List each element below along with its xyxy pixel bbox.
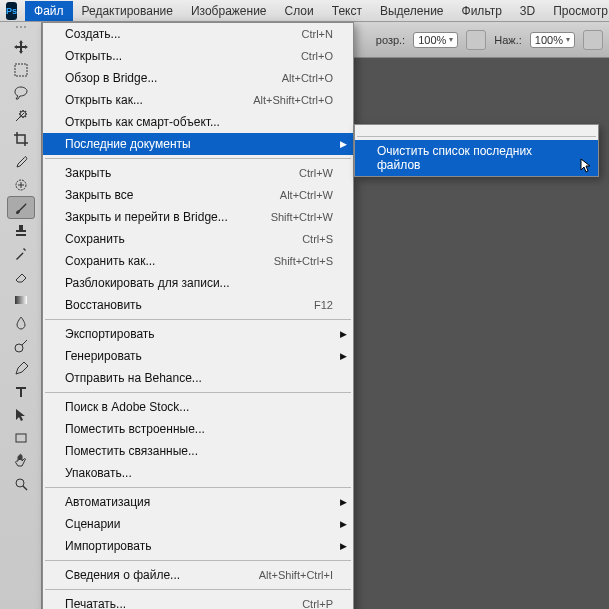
menu-separator	[45, 319, 351, 320]
svg-rect-2	[15, 296, 27, 304]
menu-item[interactable]: Упаковать...	[43, 462, 353, 484]
tool-type[interactable]	[7, 380, 35, 403]
menu-item[interactable]: Генерировать▶	[43, 345, 353, 367]
menu-item[interactable]: Создать...Ctrl+N	[43, 23, 353, 45]
menu-item-label: Закрыть все	[65, 188, 133, 202]
menu-редактирование[interactable]: Редактирование	[73, 1, 182, 21]
tool-gradient[interactable]	[7, 288, 35, 311]
menu-item[interactable]: СохранитьCtrl+S	[43, 228, 353, 250]
magic-wand-icon	[13, 108, 29, 124]
menu-item-label: Импортировать	[65, 539, 151, 553]
menu-item[interactable]: Сценарии▶	[43, 513, 353, 535]
menu-item-label: Поиск в Adobe Stock...	[65, 400, 189, 414]
menu-фильтр[interactable]: Фильтр	[453, 1, 511, 21]
tool-zoom[interactable]	[7, 472, 35, 495]
rectangle-icon	[13, 430, 29, 446]
menu-item-label: Открыть...	[65, 49, 122, 63]
menu-item[interactable]: Последние документы▶	[43, 133, 353, 155]
clear-recent-files[interactable]: Очистить список последних файлов	[355, 140, 598, 176]
healing-icon	[13, 177, 29, 193]
tool-pen[interactable]	[7, 357, 35, 380]
tool-stamp[interactable]	[7, 219, 35, 242]
menu-shortcut: Ctrl+N	[302, 28, 333, 40]
menu-item[interactable]: ВосстановитьF12	[43, 294, 353, 316]
tool-eraser[interactable]	[7, 265, 35, 288]
menu-item-label: Автоматизация	[65, 495, 150, 509]
menu-item[interactable]: Обзор в Bridge...Alt+Ctrl+O	[43, 67, 353, 89]
cursor-pointer-icon	[580, 158, 596, 174]
menu-item[interactable]: Открыть как смарт-объект...	[43, 111, 353, 133]
tool-rectangle[interactable]	[7, 426, 35, 449]
menu-item[interactable]: Разблокировать для записи...	[43, 272, 353, 294]
menu-item[interactable]: Автоматизация▶	[43, 491, 353, 513]
menu-item[interactable]: Поиск в Adobe Stock...	[43, 396, 353, 418]
menu-item[interactable]: Открыть...Ctrl+O	[43, 45, 353, 67]
menu-item[interactable]: Печатать...Ctrl+P	[43, 593, 353, 609]
menu-item-label: Поместить связанные...	[65, 444, 198, 458]
submenu-arrow-icon: ▶	[340, 351, 347, 361]
menu-item-label: Открыть как...	[65, 93, 143, 107]
menu-3d[interactable]: 3D	[511, 1, 544, 21]
menu-item[interactable]: ЗакрытьCtrl+W	[43, 162, 353, 184]
tool-blur[interactable]	[7, 311, 35, 334]
pressure-field[interactable]: 100%	[530, 32, 575, 48]
tool-lasso[interactable]	[7, 81, 35, 104]
menu-item[interactable]: Поместить связанные...	[43, 440, 353, 462]
menu-item[interactable]: Отправить на Behance...	[43, 367, 353, 389]
menu-shortcut: Alt+Shift+Ctrl+O	[253, 94, 333, 106]
tool-healing[interactable]	[7, 173, 35, 196]
opacity-label: розр.:	[376, 34, 405, 46]
menu-выделение[interactable]: Выделение	[371, 1, 453, 21]
menu-item[interactable]: Закрыть всеAlt+Ctrl+W	[43, 184, 353, 206]
menu-item-label: Печатать...	[65, 597, 126, 609]
brush-icon	[13, 200, 29, 216]
menu-item[interactable]: Закрыть и перейти в Bridge...Shift+Ctrl+…	[43, 206, 353, 228]
menu-item-label: Обзор в Bridge...	[65, 71, 157, 85]
menu-item[interactable]: Открыть как...Alt+Shift+Ctrl+O	[43, 89, 353, 111]
panel-grip-icon[interactable]	[6, 26, 36, 32]
tool-eyedropper[interactable]	[7, 150, 35, 173]
submenu-arrow-icon: ▶	[340, 541, 347, 551]
menu-shortcut: Shift+Ctrl+W	[271, 211, 333, 223]
svg-point-3	[15, 344, 23, 352]
hand-icon	[13, 453, 29, 469]
opacity-field[interactable]: 100%	[413, 32, 458, 48]
recent-file-item[interactable]	[355, 125, 598, 133]
menu-item[interactable]: Сведения о файле...Alt+Shift+Ctrl+I	[43, 564, 353, 586]
menu-item-label: Поместить встроенные...	[65, 422, 205, 436]
clear-recent-label: Очистить список последних файлов	[377, 144, 578, 172]
menu-просмотр[interactable]: Просмотр	[544, 1, 609, 21]
menu-текст[interactable]: Текст	[323, 1, 371, 21]
menu-shortcut: Alt+Ctrl+W	[280, 189, 333, 201]
eraser-icon	[13, 269, 29, 285]
menu-item[interactable]: Сохранить как...Shift+Ctrl+S	[43, 250, 353, 272]
menu-слои[interactable]: Слои	[276, 1, 323, 21]
tool-dodge[interactable]	[7, 334, 35, 357]
menu-item[interactable]: Импортировать▶	[43, 535, 353, 557]
stamp-icon	[13, 223, 29, 239]
tool-crop[interactable]	[7, 127, 35, 150]
pressure-label: Наж.:	[494, 34, 522, 46]
tool-magic-wand[interactable]	[7, 104, 35, 127]
tools-panel	[0, 22, 42, 609]
lasso-icon	[13, 85, 29, 101]
eyedropper-icon	[13, 154, 29, 170]
path-select-icon	[13, 407, 29, 423]
menu-изображение[interactable]: Изображение	[182, 1, 276, 21]
tool-marquee[interactable]	[7, 58, 35, 81]
tool-history-brush[interactable]	[7, 242, 35, 265]
menu-item[interactable]: Экспортировать▶	[43, 323, 353, 345]
history-brush-icon	[13, 246, 29, 262]
menu-item-label: Открыть как смарт-объект...	[65, 115, 220, 129]
menu-файл[interactable]: Файл	[25, 1, 73, 21]
crop-icon	[13, 131, 29, 147]
tool-hand[interactable]	[7, 449, 35, 472]
tool-path-select[interactable]	[7, 403, 35, 426]
menu-item-label: Отправить на Behance...	[65, 371, 202, 385]
menu-shortcut: Shift+Ctrl+S	[274, 255, 333, 267]
pressure-opacity-icon[interactable]	[466, 30, 486, 50]
tool-move[interactable]	[7, 35, 35, 58]
airbrush-icon[interactable]	[583, 30, 603, 50]
menu-item[interactable]: Поместить встроенные...	[43, 418, 353, 440]
tool-brush[interactable]	[7, 196, 35, 219]
